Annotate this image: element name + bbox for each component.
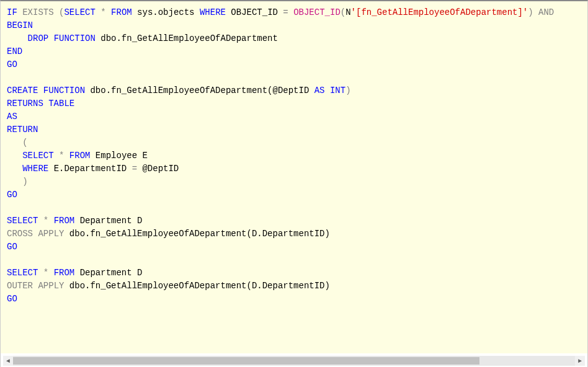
- code-line: RETURN: [7, 125, 38, 135]
- code-line: GO: [7, 294, 17, 304]
- code-line: DROP FUNCTION dbo.fn_GetAllEmployeeOfADe…: [7, 33, 278, 43]
- code-line: CROSS APPLY dbo.fn_GetAllEmployeeOfADepa…: [7, 229, 330, 239]
- code-line: (: [7, 138, 28, 148]
- scrollbar-track[interactable]: [13, 356, 575, 366]
- sql-code-editor[interactable]: IF EXISTS (SELECT * FROM sys.objects WHE…: [1, 1, 587, 353]
- code-line: GO: [7, 190, 17, 200]
- horizontal-scrollbar[interactable]: ◄ ►: [3, 356, 585, 366]
- code-line: OUTER APPLY dbo.fn_GetAllEmployeeOfADepa…: [7, 281, 330, 291]
- code-line: SELECT * FROM Department D: [7, 268, 142, 278]
- code-line: ): [7, 177, 28, 187]
- code-line: RETURNS TABLE: [7, 99, 74, 108]
- code-line: AS: [7, 112, 17, 122]
- code-line: SELECT * FROM Department D: [7, 216, 142, 226]
- code-line: CREATE FUNCTION dbo.fn_GetAllEmployeeOfA…: [7, 86, 351, 95]
- code-line: SELECT * FROM Employee E: [7, 151, 148, 161]
- code-line: IF EXISTS (SELECT * FROM sys.objects WHE…: [7, 7, 554, 17]
- code-line: END: [7, 46, 22, 56]
- code-line: BEGIN: [7, 20, 33, 30]
- code-line: GO: [7, 60, 17, 69]
- scrollbar-thumb[interactable]: [13, 357, 479, 365]
- scroll-left-icon[interactable]: ◄: [3, 356, 13, 366]
- code-line: WHERE E.DepartmentID = @DeptID: [7, 164, 179, 174]
- code-line: GO: [7, 242, 17, 252]
- scroll-right-icon[interactable]: ►: [575, 356, 585, 366]
